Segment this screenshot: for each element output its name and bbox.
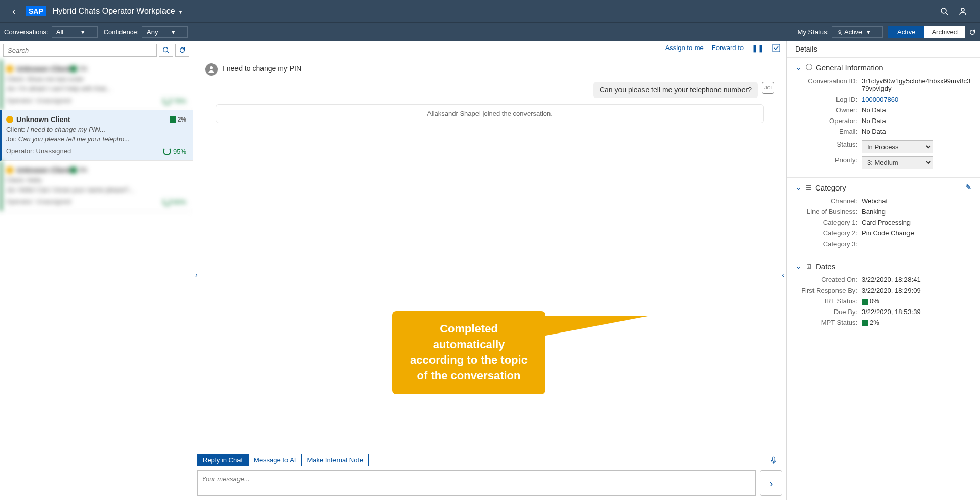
chevron-down-icon[interactable]: ⌄	[795, 63, 802, 72]
info-icon: ⓘ	[806, 63, 812, 72]
svg-point-2	[961, 8, 964, 11]
svg-point-7	[210, 66, 213, 69]
list-item[interactable]: Unknown Client3% Client: Hello Joi: Hell…	[0, 161, 193, 211]
chat-icon	[6, 116, 13, 123]
priority-select[interactable]: 3: Medium	[862, 156, 933, 169]
confidence-filter[interactable]: Any ▾	[142, 26, 188, 38]
pause-icon[interactable]: ❚❚	[752, 44, 764, 52]
list-item[interactable]: Unknown Client1% Client: Show me last or…	[0, 60, 193, 110]
reply-tab-chat[interactable]: Reply in Chat	[197, 454, 248, 466]
search-input[interactable]	[3, 44, 157, 57]
section-title-general: General Information	[816, 63, 883, 72]
conversations-label: Conversations:	[4, 28, 49, 36]
chevron-down-icon: ▾	[179, 9, 182, 15]
my-status-label: My Status:	[798, 28, 829, 36]
calendar-icon: 🗓	[806, 263, 812, 270]
system-message: Aliaksandr Shapel joined the conversatio…	[216, 104, 764, 123]
microphone-icon[interactable]	[769, 456, 782, 465]
confidence-label: Confidence:	[104, 28, 139, 36]
svg-rect-8	[773, 457, 775, 461]
details-panel: Details ⌄ ⓘ General Information Conversa…	[787, 41, 980, 500]
progress-indicator: 95%	[163, 147, 186, 155]
section-title-dates: Dates	[816, 262, 835, 271]
reply-input[interactable]	[197, 470, 756, 496]
log-id-link[interactable]: 1000007860	[862, 96, 972, 103]
sap-logo: SAP	[26, 6, 46, 16]
svg-rect-6	[773, 44, 780, 52]
svg-point-4	[163, 47, 168, 52]
refresh-icon[interactable]	[969, 29, 976, 36]
svg-point-0	[941, 8, 946, 13]
client-message: I need to change my PIN	[223, 63, 301, 76]
bot-avatar-icon: JOI	[762, 82, 774, 94]
tab-active[interactable]: Active	[888, 26, 924, 38]
status-select[interactable]: In Process	[862, 140, 933, 153]
bot-message: Can you please tell me your telephone nu…	[593, 82, 758, 98]
back-button[interactable]: ‹	[8, 6, 19, 17]
details-title: Details	[787, 41, 980, 58]
list-item-selected[interactable]: Unknown Client 2% Client: I need to chan…	[0, 110, 193, 161]
chevron-down-icon[interactable]: ⌄	[795, 261, 802, 271]
user-icon[interactable]	[959, 7, 967, 15]
send-button[interactable]: ›	[760, 470, 782, 496]
svg-line-1	[946, 13, 948, 15]
svg-point-3	[839, 30, 841, 33]
refresh-button[interactable]	[175, 44, 189, 57]
client-avatar-icon	[205, 63, 218, 76]
chevron-down-icon[interactable]: ⌄	[795, 183, 802, 192]
tab-archived[interactable]: Archived	[924, 26, 965, 38]
section-title-category: Category	[815, 183, 846, 192]
conversation-list-panel: Unknown Client1% Client: Show me last or…	[0, 41, 193, 500]
my-status-select[interactable]: Active ▾	[832, 26, 883, 38]
reply-tab-note[interactable]: Make Internal Note	[301, 454, 369, 466]
chat-panel: Assign to me Forward to ❚❚ › ‹ I need to…	[193, 41, 787, 500]
search-icon[interactable]	[940, 7, 948, 15]
forward-to-link[interactable]: Forward to	[712, 44, 744, 52]
reply-tab-ai[interactable]: Message to AI	[248, 454, 301, 466]
header-bar: ‹ SAP Hybrid Chats Operator Workplace ▾	[0, 0, 980, 22]
app-title[interactable]: Hybrid Chats Operator Workplace ▾	[53, 7, 182, 16]
assign-to-me-link[interactable]: Assign to me	[665, 44, 704, 52]
list-icon: ☰	[806, 184, 812, 192]
subheader-bar: Conversations: All ▾ Confidence: Any ▾ M…	[0, 22, 980, 41]
confidence-badge: 2%	[170, 116, 186, 123]
edit-icon[interactable]: ✎	[965, 183, 972, 192]
conversation-title: Unknown Client	[16, 115, 70, 124]
check-icon[interactable]	[772, 44, 780, 52]
svg-line-5	[168, 52, 170, 54]
annotation-callout: Completed automatically according to the…	[392, 311, 545, 394]
conversations-filter[interactable]: All ▾	[52, 26, 98, 38]
search-button[interactable]	[159, 44, 173, 57]
conversation-id: 3r1cfyv60w1gy5cfohe4hbxx99mv8c379vpvigdy	[862, 77, 972, 92]
